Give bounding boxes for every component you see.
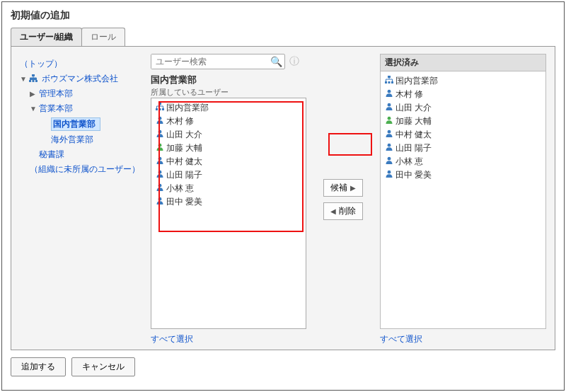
svg-point-21: [388, 117, 391, 120]
tree-admin[interactable]: ▶ 管理本部: [20, 86, 145, 101]
svg-point-13: [158, 184, 162, 188]
tree-secretary[interactable]: 秘書課: [39, 149, 64, 159]
user-icon: [385, 156, 393, 164]
list-item[interactable]: 加藤 大輔: [385, 115, 541, 128]
user-icon: [156, 183, 164, 191]
user-icon: [385, 170, 393, 178]
tree-org-root[interactable]: ▼ ボウズマン株式会社: [20, 71, 145, 86]
list-item[interactable]: 田中 愛美: [156, 195, 301, 209]
available-listbox[interactable]: 国内営業部木村 修山田 大介加藤 大輔中村 健太山田 陽子小林 恵田中 愛美: [151, 98, 306, 329]
tree-sales-label: 営業本部: [39, 103, 73, 113]
org-icon: [156, 103, 164, 110]
tree-sales[interactable]: ▼ 営業本部: [20, 101, 145, 116]
list-item[interactable]: 田中 愛美: [385, 168, 541, 182]
user-icon: [156, 129, 164, 137]
svg-rect-3: [35, 80, 37, 82]
svg-point-23: [388, 144, 391, 147]
list-item[interactable]: 小林 恵: [156, 182, 301, 195]
list-item[interactable]: 国内営業部: [156, 101, 301, 115]
list-item-label: 木村 修: [395, 89, 423, 99]
remove-button[interactable]: ◀ 削除: [323, 202, 363, 220]
list-item-label: 山田 大介: [395, 103, 432, 113]
svg-rect-17: [388, 81, 391, 83]
tree-top-link[interactable]: （トップ）: [20, 59, 62, 69]
selected-header: 選択済み: [380, 54, 546, 71]
svg-point-24: [388, 157, 391, 161]
svg-rect-2: [33, 80, 35, 82]
svg-rect-1: [29, 80, 31, 82]
org-tree: （トップ） ▼ ボウズマン株式会社 ▶ 管理本部 ▼ 営業本部: [20, 54, 151, 345]
list-item[interactable]: 加藤 大輔: [156, 142, 301, 155]
user-icon: [385, 129, 393, 137]
list-item[interactable]: 山田 大介: [385, 101, 541, 115]
list-item[interactable]: 山田 大介: [156, 128, 301, 142]
available-column: 🔍 ⓘ 国内営業部 所属しているユーザー 国内営業部木村 修山田 大介加藤 大輔…: [151, 54, 306, 345]
available-select-all[interactable]: すべて選択: [151, 333, 306, 345]
list-item[interactable]: 中村 健太: [156, 155, 301, 168]
list-item-label: 小林 恵: [395, 156, 423, 166]
search-icon: 🔍: [270, 56, 282, 67]
cancel-button[interactable]: キャンセル: [71, 357, 135, 376]
tree-unassigned[interactable]: （組織に未所属のユーザー）: [30, 164, 140, 174]
user-primary-icon: [385, 116, 393, 124]
org-icon: [29, 74, 37, 83]
selected-column: 選択済み 国内営業部木村 修山田 大介加藤 大輔中村 健太山田 陽子小林 恵田中…: [380, 54, 546, 345]
svg-rect-15: [388, 76, 391, 78]
tree-admin-label: 管理本部: [39, 88, 73, 98]
caret-right-icon: ▶: [30, 90, 37, 98]
list-item[interactable]: 小林 恵: [385, 155, 541, 168]
svg-rect-7: [162, 108, 164, 110]
user-icon: [156, 156, 164, 164]
svg-point-8: [158, 117, 162, 120]
add-button[interactable]: 追加する: [11, 357, 66, 376]
list-item-label: 国内営業部: [395, 76, 438, 86]
caret-down-icon: ▼: [30, 105, 37, 113]
list-item-label: 山田 陽子: [395, 143, 432, 153]
list-item[interactable]: 木村 修: [156, 115, 301, 128]
dialog-frame: 初期値の追加 ユーザー/組織 ロール （トップ） ▼ ボウズマン株式会社 ▶ 管…: [1, 1, 565, 391]
search-button[interactable]: 🔍: [267, 56, 284, 67]
list-item-label: 中村 健太: [395, 129, 432, 139]
selected-select-all[interactable]: すべて選択: [380, 333, 546, 345]
user-icon: [156, 116, 164, 124]
user-icon: [156, 197, 164, 204]
user-icon: [385, 143, 393, 151]
page-title: 初期値の追加: [2, 2, 564, 28]
list-item[interactable]: 中村 健太: [385, 128, 541, 142]
list-item-label: 田中 愛美: [166, 197, 202, 207]
info-icon[interactable]: ⓘ: [289, 55, 299, 68]
chevron-left-icon: ◀: [330, 207, 336, 215]
user-icon: [385, 89, 393, 97]
list-item-label: 小林 恵: [166, 183, 194, 193]
tree-domestic-selected[interactable]: 国内営業部: [51, 117, 100, 131]
list-item[interactable]: 国内営業部: [385, 74, 541, 88]
user-primary-icon: [156, 143, 164, 151]
list-item-label: 木村 修: [166, 116, 194, 126]
list-item-label: 山田 大介: [166, 129, 202, 139]
available-legend: 所属しているユーザー: [151, 87, 306, 98]
candidate-button-label: 候補: [330, 183, 347, 192]
list-item[interactable]: 木村 修: [385, 88, 541, 101]
candidate-button[interactable]: 候補 ▶: [323, 179, 363, 197]
selected-listbox[interactable]: 国内営業部木村 修山田 大介加藤 大輔中村 健太山田 陽子小林 恵田中 愛美: [380, 71, 546, 329]
svg-rect-5: [156, 108, 158, 110]
list-item-label: 加藤 大輔: [166, 143, 202, 153]
list-item[interactable]: 山田 陽子: [385, 142, 541, 155]
svg-point-11: [158, 157, 162, 161]
list-item-label: 山田 陽子: [166, 170, 202, 180]
tree-overseas[interactable]: 海外営業部: [51, 134, 93, 144]
user-icon: [385, 103, 393, 110]
search-input[interactable]: [151, 54, 267, 69]
svg-point-25: [388, 171, 391, 174]
svg-point-12: [158, 171, 162, 174]
list-item[interactable]: 山田 陽子: [156, 168, 301, 182]
user-icon: [156, 170, 164, 178]
available-dept-header: 国内営業部: [151, 74, 306, 86]
tab-user-org[interactable]: ユーザー/組織: [11, 28, 82, 46]
svg-point-9: [158, 130, 162, 134]
svg-point-14: [158, 197, 162, 201]
svg-point-22: [388, 130, 391, 134]
tab-role[interactable]: ロール: [81, 28, 125, 46]
svg-rect-6: [159, 108, 161, 110]
svg-rect-16: [385, 81, 387, 83]
